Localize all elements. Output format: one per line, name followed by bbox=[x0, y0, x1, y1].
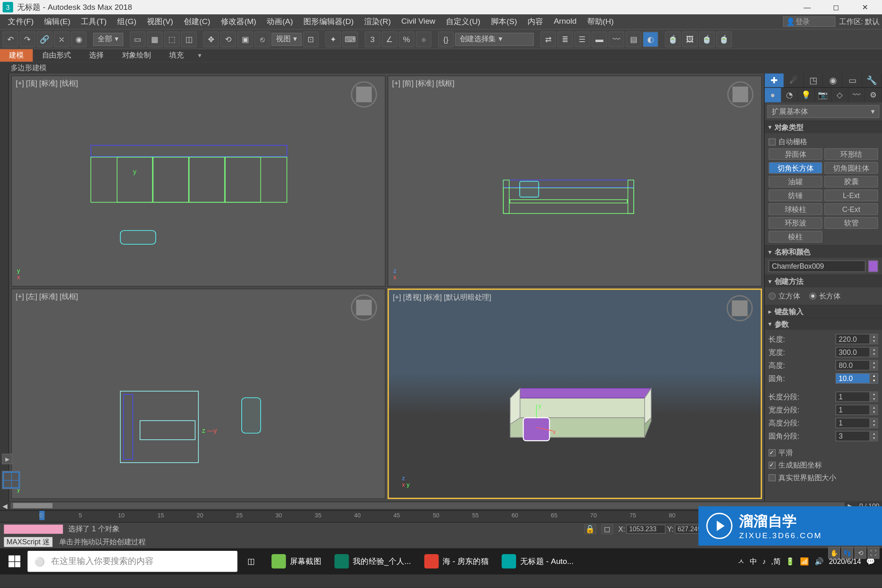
menu-item[interactable]: 创建(C) bbox=[178, 16, 216, 27]
menu-item[interactable]: Arnold bbox=[548, 16, 581, 27]
viewcube-left[interactable] bbox=[351, 294, 377, 320]
manipulate-button[interactable]: ✦ bbox=[325, 31, 341, 47]
cameras-subtab[interactable]: 📷 bbox=[815, 88, 832, 102]
viewport-left-label[interactable]: [+] [左] [标准] [线框] bbox=[16, 292, 78, 301]
viewport-persp-label[interactable]: [+] [透视] [标准] [默认明暗处理] bbox=[393, 292, 491, 302]
ime-indicator[interactable]: 中 bbox=[750, 557, 757, 566]
menu-item[interactable]: 内容 bbox=[522, 16, 548, 27]
box-radio[interactable]: 长方体 bbox=[809, 290, 841, 303]
taskbar-app[interactable]: 无标题 - Auto... bbox=[495, 548, 580, 575]
menu-item[interactable]: 图形编辑器(D) bbox=[298, 16, 359, 27]
menu-item[interactable]: 文件(F) bbox=[2, 16, 39, 27]
input-lang[interactable]: ,简 bbox=[771, 557, 781, 566]
viewport-front[interactable]: [+] [前] [标准] [线框] zx bbox=[388, 76, 762, 286]
viewport-front-label[interactable]: [+] [前] [标准] [线框] bbox=[392, 79, 454, 89]
set-key-toggle[interactable]: ▶ bbox=[2, 454, 13, 464]
rotate-button[interactable]: ⟲ bbox=[220, 31, 236, 47]
taskbar-search[interactable]: ⚪在这里输入你要搜索的内容 bbox=[27, 551, 237, 572]
utilities-tab[interactable]: 🔧 bbox=[862, 74, 882, 87]
login-field[interactable]: 👤 登录 bbox=[783, 16, 835, 27]
render-setup-button[interactable]: 🍵 bbox=[665, 31, 681, 47]
ribbon-tab[interactable]: 对象绘制 bbox=[113, 49, 160, 62]
object-type-button[interactable]: C-Ext bbox=[824, 203, 878, 215]
pan-button[interactable]: ✋ bbox=[828, 547, 840, 559]
wseg-spinner[interactable]: 1▴▾ bbox=[835, 405, 878, 415]
taskbar-app[interactable]: 我的经验_个人... bbox=[328, 548, 418, 575]
display-tab[interactable]: ▭ bbox=[843, 74, 862, 87]
name-color-rollout[interactable]: 名称和颜色 bbox=[765, 246, 882, 258]
tray-up-icon[interactable]: ㅅ bbox=[737, 557, 745, 566]
percent-snap-button[interactable]: % bbox=[399, 31, 414, 47]
menu-item[interactable]: 编辑(E) bbox=[39, 16, 76, 27]
width-spinner[interactable]: 300.0▴▾ bbox=[835, 347, 878, 358]
undo-button[interactable]: ↶ bbox=[2, 31, 18, 47]
window-crossing-button[interactable]: ◫ bbox=[181, 31, 197, 47]
object-type-button[interactable]: 切角长方体 bbox=[768, 162, 822, 174]
selection-set-dropdown[interactable]: 创建选择集 ▾ bbox=[455, 32, 534, 45]
create-tab[interactable]: ✚ bbox=[765, 74, 784, 87]
fillet-spinner[interactable]: 10.0▴▾ bbox=[835, 373, 878, 384]
close-button[interactable]: ✕ bbox=[851, 0, 880, 14]
height-spinner[interactable]: 80.0▴▾ bbox=[835, 360, 878, 371]
taskbar-app[interactable]: 海 - 房东的猫 bbox=[417, 548, 495, 575]
menu-item[interactable]: 帮助(H) bbox=[582, 16, 619, 27]
scale-button[interactable]: ▣ bbox=[237, 31, 253, 47]
battery-icon[interactable]: 🔋 bbox=[786, 557, 795, 566]
refcoord-dropdown[interactable]: 视图 ▾ bbox=[272, 32, 302, 45]
object-color-swatch[interactable] bbox=[868, 261, 878, 272]
menu-item[interactable]: 渲染(R) bbox=[359, 16, 396, 27]
modify-tab[interactable]: ☄ bbox=[784, 74, 804, 87]
menu-item[interactable]: 自定义(U) bbox=[441, 16, 486, 27]
motion-tab[interactable]: ◉ bbox=[823, 74, 843, 87]
snap-button[interactable]: 3 bbox=[365, 31, 381, 47]
maximize-vp-button[interactable]: ⛶ bbox=[868, 547, 880, 559]
curve-editor-button[interactable]: 〰 bbox=[608, 31, 624, 47]
rect-select-button[interactable]: ⬚ bbox=[164, 31, 180, 47]
object-type-button[interactable]: 纺锤 bbox=[768, 189, 822, 201]
bind-button[interactable]: ◉ bbox=[71, 31, 87, 47]
params-rollout[interactable]: 参数 bbox=[765, 318, 882, 330]
object-type-button[interactable]: 切角圆柱体 bbox=[824, 162, 878, 174]
viewport-top[interactable]: [+] [顶] [标准] [线框] y yx bbox=[11, 76, 385, 286]
object-type-button[interactable]: 环形结 bbox=[824, 148, 878, 160]
isolate-button[interactable]: ◻ bbox=[601, 523, 613, 534]
realworld-checkbox[interactable]: 真实世界贴图大小 bbox=[768, 472, 878, 484]
fseg-spinner[interactable]: 3▴▾ bbox=[835, 431, 878, 441]
menu-item[interactable]: 脚本(S) bbox=[486, 16, 522, 27]
redo-button[interactable]: ↷ bbox=[20, 31, 36, 47]
object-type-button[interactable]: 环形波 bbox=[768, 217, 822, 229]
smooth-checkbox[interactable]: 平滑 bbox=[768, 447, 878, 459]
auto-grid-checkbox[interactable]: 自动栅格 bbox=[768, 136, 878, 148]
object-type-button[interactable]: 胶囊 bbox=[824, 176, 878, 187]
menu-item[interactable]: 组(G) bbox=[112, 16, 142, 27]
render-button[interactable]: 🍵 bbox=[699, 31, 715, 47]
volume-icon[interactable]: 🔊 bbox=[815, 557, 824, 566]
scene-explorer-strip[interactable] bbox=[0, 74, 9, 501]
move-button[interactable]: ✥ bbox=[203, 31, 219, 47]
ribbon-sub-polymodel[interactable]: 多边形建模 bbox=[5, 63, 52, 73]
systems-subtab[interactable]: ⚙ bbox=[865, 88, 882, 102]
nameset-button[interactable]: {} bbox=[438, 31, 454, 47]
pivot-button[interactable]: ⊡ bbox=[303, 31, 319, 47]
angle-snap-button[interactable]: ∠ bbox=[382, 31, 398, 47]
helpers-subtab[interactable]: ◇ bbox=[832, 88, 849, 102]
object-type-button[interactable]: 异面体 bbox=[768, 148, 822, 160]
create-method-rollout[interactable]: 创建方法 bbox=[765, 275, 882, 287]
viewport-left[interactable]: [+] [左] [标准] [线框] z —y zy bbox=[11, 288, 385, 499]
object-type-button[interactable]: 软管 bbox=[824, 217, 878, 229]
shapes-subtab[interactable]: ◔ bbox=[782, 88, 798, 102]
viewcube-persp[interactable] bbox=[726, 295, 753, 321]
ribbon-tab[interactable]: 选择 bbox=[80, 49, 113, 62]
taskbar-app[interactable]: 屏幕截图 bbox=[265, 548, 328, 575]
hierarchy-tab[interactable]: ◳ bbox=[804, 74, 823, 87]
filter-dropdown[interactable]: 全部 ▾ bbox=[93, 32, 123, 45]
schematic-button[interactable]: ▤ bbox=[626, 31, 641, 47]
object-type-button[interactable]: L-Ext bbox=[824, 189, 878, 201]
ribbon-tab[interactable]: 自由形式 bbox=[33, 49, 80, 62]
maxscript-label[interactable]: MAXScript 迷 bbox=[4, 537, 53, 546]
object-type-button[interactable]: 棱柱 bbox=[768, 231, 822, 243]
align-button[interactable]: ≣ bbox=[557, 31, 573, 47]
keymode-button[interactable]: ⌨ bbox=[342, 31, 358, 47]
start-button[interactable] bbox=[1, 548, 27, 575]
object-name-input[interactable] bbox=[768, 261, 866, 272]
